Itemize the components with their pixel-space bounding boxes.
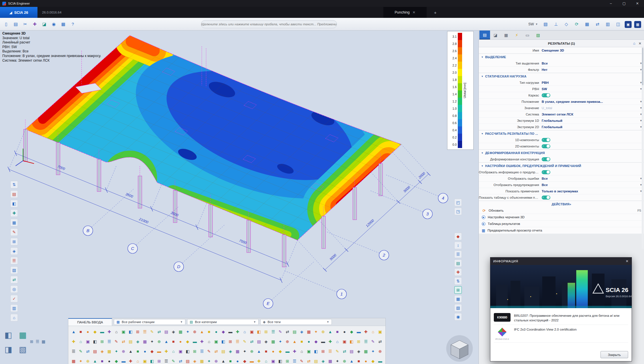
input-tool-icon[interactable]: ● [362,356,370,364]
input-tool-icon[interactable]: ⊕ [191,327,198,337]
panel-scrollbar[interactable] [642,47,644,249]
hatch-icon[interactable]: ▧ [10,266,18,274]
input-tool-icon[interactable]: ■ [263,346,270,356]
action-table[interactable]: ▦Предварительный просмотр отчета [479,227,644,234]
iso-view-icon[interactable]: ◧ [2,328,15,342]
input-tool-icon[interactable]: ✎ [370,337,377,346]
input-tool-icon[interactable]: ▦ [106,346,113,356]
input-tool-icon[interactable]: ◧ [220,337,227,346]
input-tool-icon[interactable]: ⇄ [213,346,220,356]
input-tool-icon[interactable]: ◧ [184,346,191,356]
action-play[interactable]: ▶Настройка черчения 3D [479,214,644,221]
input-tool-icon[interactable]: ✦ [277,337,284,346]
input-tool-icon[interactable]: ⇄ [177,356,184,364]
input-tool-icon[interactable]: ✦ [334,356,341,364]
input-tool-icon[interactable]: ⌂ [134,356,142,364]
input-tool-icon[interactable]: ✚ [291,346,298,356]
annotate-icon[interactable]: ✎ [10,228,18,236]
add-tab-button[interactable]: + [431,7,439,18]
input-tool-icon[interactable]: ▦ [270,337,277,346]
input-tool-icon[interactable]: ▲ [291,337,298,346]
fit-height-icon[interactable]: ↕ [454,242,462,249]
view-window-icon[interactable]: ◰ [454,199,462,206]
input-tool-icon[interactable]: ◆ [370,356,377,364]
input-tool-icon[interactable]: ▣ [270,356,277,364]
input-tool-icon[interactable]: ● [341,327,348,337]
input-tool-icon[interactable]: ◈ [298,327,305,337]
input-tool-icon[interactable]: ▤ [291,327,298,337]
input-tool-icon[interactable]: ⊞ [156,356,163,364]
input-tool-icon[interactable]: ✦ [184,327,191,337]
input-tool-icon[interactable]: ⇄ [156,327,163,337]
input-tool-icon[interactable]: ▦ [305,327,312,337]
input-tool-icon[interactable]: ⇄ [120,337,127,346]
input-tool-icon[interactable]: ▦ [327,356,334,364]
input-tool-icon[interactable]: ✦ [206,356,213,364]
input-tool-icon[interactable]: ● [270,346,277,356]
input-tool-icon[interactable]: ▣ [213,337,220,346]
tab-selection[interactable]: ◪ [490,31,501,39]
input-tool-icon[interactable]: ✎ [77,346,84,356]
list-mini-icon[interactable]: ☰ [36,339,39,344]
input-tool-icon[interactable]: ⊕ [84,356,91,364]
property-value[interactable]: Все [542,183,639,187]
input-tool-icon[interactable]: ▲ [348,356,355,364]
input-tool-icon[interactable]: ✦ [148,337,156,346]
input-tool-icon[interactable]: ◆ [113,356,120,364]
marker-icon[interactable]: ✚ [454,268,462,276]
input-tool-icon[interactable]: ✦ [370,346,377,356]
input-tool-icon[interactable]: ▲ [255,346,263,356]
tags-filter[interactable]: ◆Все теги▼ [260,319,332,325]
input-tool-icon[interactable]: ▦ [362,346,370,356]
layers-stack-icon[interactable]: ☰ [454,251,462,258]
input-tool-icon[interactable]: ☰ [234,337,241,346]
mesh-package-icon[interactable]: ▦ [59,20,67,28]
swap-view-icon[interactable]: ⇅ [454,277,462,285]
input-tool-icon[interactable]: ◆ [312,337,320,346]
grid-mini-icon[interactable]: ▦ [42,339,45,344]
input-tool-icon[interactable]: ▤ [255,337,263,346]
input-tool-icon[interactable]: ▬ [248,356,255,364]
input-tool-icon[interactable]: ◆ [220,327,227,337]
input-tool-icon[interactable]: ▣ [341,337,348,346]
property-value[interactable]: Смещение 3D [542,49,639,52]
input-tool-icon[interactable]: ▬ [319,337,327,346]
input-tool-icon[interactable]: ◈ [99,346,106,356]
input-tool-icon[interactable]: ⌂ [206,337,213,346]
input-tool-icon[interactable]: ▲ [327,327,334,337]
report-update-icon[interactable]: ⇄ [594,20,601,28]
property-value[interactable]: Все [542,62,639,65]
input-tool-icon[interactable]: ▲ [70,327,77,337]
ucs-icon[interactable]: ⊥ [552,20,560,28]
input-tool-icon[interactable]: ◆ [241,356,248,364]
input-tool-icon[interactable]: ✎ [206,346,213,356]
property-value[interactable]: Нет [542,68,639,71]
input-tool-icon[interactable]: ◆ [91,327,99,337]
home-view-icon[interactable]: ⌂ [10,314,18,321]
input-tool-icon[interactable]: ▣ [141,356,148,364]
input-tool-icon[interactable]: ☰ [106,337,113,346]
input-tool-icon[interactable]: ✚ [362,327,370,337]
input-tool-icon[interactable]: ✚ [70,337,77,346]
input-tool-icon[interactable]: ◧ [91,337,99,346]
input-tool-icon[interactable]: ⊕ [376,346,384,356]
input-tool-icon[interactable]: ⊞ [355,337,362,346]
property-value[interactable]: РВН [542,81,639,84]
table-edit-icon[interactable]: ▦ [583,20,591,28]
zoom-box-icon[interactable]: ⊞ [30,339,33,344]
load-case-dropdown[interactable]: SW ▼ [527,22,539,26]
input-tool-icon[interactable]: ● [305,337,312,346]
input-tool-icon[interactable]: ▣ [177,346,184,356]
input-tool-icon[interactable]: ▦ [141,337,148,346]
input-tool-icon[interactable]: ✚ [163,346,170,356]
input-tool-icon[interactable]: ▲ [163,337,170,346]
input-tool-icon[interactable]: ▬ [376,356,384,364]
input-tool-icon[interactable]: ⊕ [341,356,348,364]
input-tool-icon[interactable]: ⊞ [263,327,270,337]
input-tool-icon[interactable]: ▤ [184,356,191,364]
input-tool-icon[interactable]: ⌂ [334,337,341,346]
home-icon[interactable]: ⌂ [633,41,635,46]
input-tool-icon[interactable]: ✎ [298,356,305,364]
property-value[interactable]: ✓ [542,157,639,161]
input-tool-icon[interactable]: ✎ [334,346,341,356]
